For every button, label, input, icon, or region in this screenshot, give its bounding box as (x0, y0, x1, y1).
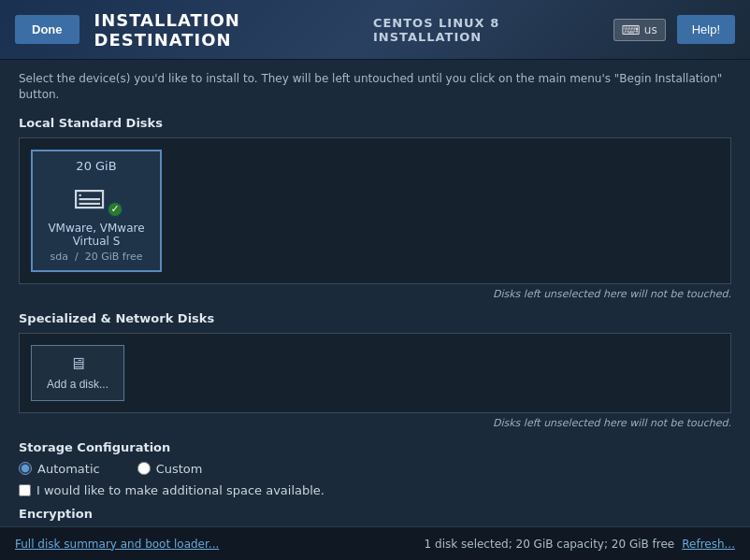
automatic-radio-item[interactable]: Automatic (19, 462, 100, 476)
local-disks-area: 20 GiB 🖴 ✓ VMware, VMware Virtual S sda … (19, 137, 731, 284)
disk-path: sda / 20 GiB free (50, 251, 143, 263)
space-checkbox[interactable] (19, 484, 31, 496)
space-label: I would like to make additional space av… (36, 483, 325, 497)
disk-checkmark: ✓ (107, 201, 123, 218)
local-disks-warning: Disks left unselected here will not be t… (19, 288, 731, 300)
encryption-title: Encryption (19, 507, 731, 521)
automatic-radio[interactable] (19, 462, 32, 475)
footer-status: 1 disk selected; 20 GiB capacity; 20 GiB… (425, 538, 735, 551)
disk-icon: 🖴 (73, 176, 107, 214)
specialized-disks-area: 🖥 Add a disk... (19, 333, 731, 413)
keyboard-icon: ⌨ (622, 22, 641, 37)
custom-radio[interactable] (137, 462, 151, 475)
keyboard-indicator[interactable]: ⌨ us (613, 19, 666, 41)
disk-status-text: 1 disk selected; 20 GiB capacity; 20 GiB… (425, 538, 675, 551)
space-checkbox-item[interactable]: I would like to make additional space av… (19, 483, 731, 497)
header-subtitle: CENTOS LINUX 8 INSTALLATION (373, 16, 602, 44)
specialized-disks-warning: Disks left unselected here will not be t… (19, 417, 731, 429)
done-button[interactable]: Done (15, 15, 79, 44)
header-right: CENTOS LINUX 8 INSTALLATION ⌨ us Help! (373, 15, 735, 44)
header-left: Done INSTALLATION DESTINATION (15, 10, 373, 50)
keyboard-layout: us (644, 23, 657, 36)
disk-name: VMware, VMware Virtual S (40, 222, 152, 248)
custom-radio-item[interactable]: Custom (137, 462, 203, 476)
description-text: Select the device(s) you'd like to insta… (19, 71, 731, 103)
header: Done INSTALLATION DESTINATION CENTOS LIN… (0, 0, 750, 60)
storage-config: Storage Configuration Automatic Custom I… (19, 440, 731, 497)
disk-item[interactable]: 20 GiB 🖴 ✓ VMware, VMware Virtual S sda … (31, 150, 162, 272)
page-title: INSTALLATION DESTINATION (94, 10, 373, 50)
disk-size: 20 GiB (76, 159, 116, 173)
storage-config-title: Storage Configuration (19, 440, 731, 454)
footer: Full disk summary and boot loader... 1 d… (0, 526, 750, 560)
refresh-link[interactable]: Refresh... (682, 538, 735, 551)
storage-radio-group: Automatic Custom (19, 462, 731, 476)
main-content: Select the device(s) you'd like to insta… (0, 60, 750, 526)
specialized-disks-title: Specialized & Network Disks (19, 311, 731, 325)
add-disk-label: Add a disk... (47, 378, 108, 391)
disk-icon-container: 🖴 ✓ (73, 179, 120, 216)
automatic-label: Automatic (37, 462, 100, 476)
local-disks-title: Local Standard Disks (19, 116, 731, 130)
add-disk-icon: 🖥 (69, 354, 86, 374)
full-disk-summary-link[interactable]: Full disk summary and boot loader... (15, 538, 219, 551)
add-disk-button[interactable]: 🖥 Add a disk... (31, 345, 124, 401)
custom-label: Custom (156, 462, 203, 476)
help-button[interactable]: Help! (677, 15, 735, 44)
encryption-section: Encryption Encrypt my data. You'll set a… (19, 507, 731, 526)
